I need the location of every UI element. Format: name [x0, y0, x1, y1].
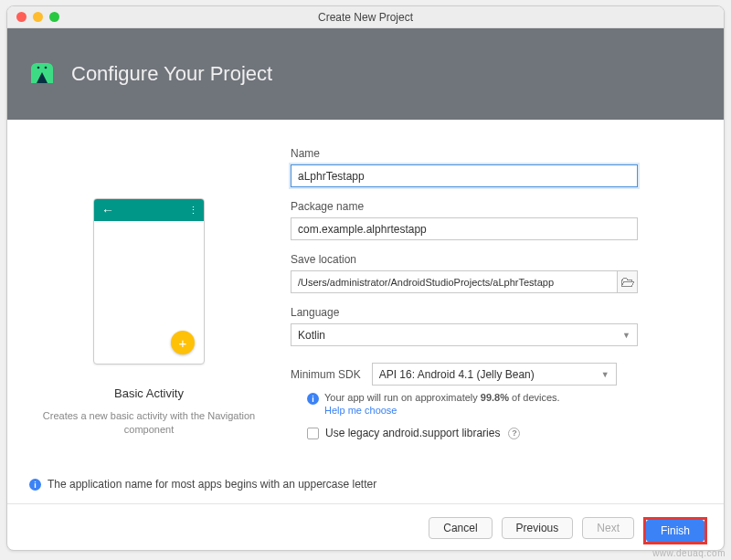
language-value: Kotlin	[298, 329, 325, 342]
minimize-icon[interactable]	[33, 12, 43, 22]
footer-info-text: The application name for most apps begin…	[48, 478, 376, 491]
package-label: Package name	[291, 200, 704, 213]
legacy-support-label: Use legacy android.support libraries	[325, 427, 500, 439]
kebab-menu-icon: ⋮	[188, 205, 196, 217]
svg-point-1	[45, 67, 48, 69]
finish-button[interactable]: Finish	[646, 520, 705, 542]
window-title: Create New Project	[7, 11, 724, 24]
folder-icon: 🗁	[620, 274, 635, 291]
cancel-button[interactable]: Cancel	[429, 517, 492, 539]
help-icon[interactable]: ?	[508, 428, 520, 439]
save-location-input[interactable]	[291, 270, 618, 293]
chevron-down-icon: ▼	[622, 331, 630, 340]
previous-button[interactable]: Previous	[502, 517, 574, 539]
zoom-icon[interactable]	[49, 12, 59, 22]
sdk-info-text: Your app will run on approximately 99.8%…	[324, 392, 560, 416]
activity-template-label: Basic Activity	[114, 386, 184, 400]
android-studio-icon	[26, 58, 58, 90]
form-column: Name Package name Save location 🗁 Langua…	[291, 127, 724, 474]
minimum-sdk-label: Minimum SDK	[291, 368, 361, 381]
save-location-label: Save location	[291, 253, 704, 266]
chevron-down-icon: ▼	[601, 370, 609, 379]
title-bar: Create New Project	[7, 6, 724, 28]
help-me-choose-link[interactable]: Help me choose	[324, 405, 560, 416]
legacy-support-checkbox[interactable]	[307, 428, 319, 439]
watermark: www.deuaq.com	[652, 548, 726, 558]
separator	[7, 503, 724, 504]
activity-preview: ← ⋮ +	[93, 198, 205, 365]
info-icon: i	[307, 393, 319, 405]
next-button: Next	[582, 517, 634, 539]
finish-highlight: Finish	[643, 517, 707, 544]
language-dropdown[interactable]: Kotlin ▼	[291, 323, 638, 346]
preview-appbar: ← ⋮	[94, 199, 204, 221]
banner-title: Configure Your Project	[71, 62, 272, 86]
button-bar: Cancel Previous Next Finish	[7, 508, 724, 551]
browse-folder-button[interactable]: 🗁	[618, 270, 638, 293]
fab-icon: +	[171, 331, 195, 354]
info-icon: i	[29, 479, 41, 491]
name-label: Name	[291, 147, 704, 160]
close-icon[interactable]	[16, 12, 26, 22]
traffic-lights	[16, 12, 59, 22]
language-label: Language	[291, 306, 704, 319]
svg-point-0	[37, 67, 40, 69]
back-arrow-icon: ←	[101, 203, 114, 217]
preview-column: ← ⋮ + Basic Activity Creates a new basic…	[7, 127, 291, 474]
content-area: ← ⋮ + Basic Activity Creates a new basic…	[7, 120, 724, 474]
package-input[interactable]	[291, 217, 638, 240]
banner: Configure Your Project	[7, 28, 724, 120]
name-input[interactable]	[291, 164, 638, 187]
minimum-sdk-dropdown[interactable]: API 16: Android 4.1 (Jelly Bean) ▼	[372, 363, 617, 386]
wizard-window: Create New Project Configure Your Projec…	[6, 5, 725, 551]
activity-template-hint: Creates a new basic activity with the Na…	[7, 409, 291, 438]
footer-info: i The application name for most apps beg…	[7, 474, 724, 491]
minimum-sdk-value: API 16: Android 4.1 (Jelly Bean)	[379, 368, 535, 381]
